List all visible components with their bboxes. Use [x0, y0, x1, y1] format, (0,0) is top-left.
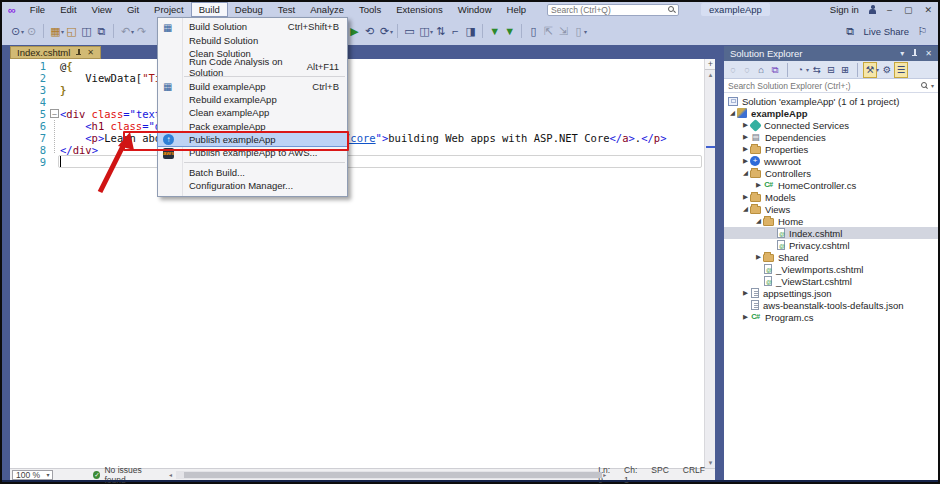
start-debug-icon[interactable]: ▶: [347, 23, 362, 39]
menubar-item-tools[interactable]: Tools: [352, 3, 388, 16]
tree-item-appsettings[interactable]: ▶appsettings.json: [724, 287, 938, 299]
menubar-item-project[interactable]: Project: [147, 3, 191, 16]
search-options-dropdown-icon[interactable]: ▾: [931, 82, 934, 89]
editor-horizontal-scrollbar[interactable]: ◂ ▸: [176, 471, 598, 479]
navigate-forward-icon[interactable]: ⊙: [24, 23, 39, 39]
collapsed-chevron-icon[interactable]: ▶: [741, 313, 750, 321]
solution-explorer-titlebar[interactable]: Solution Explorer ▾ ✕: [724, 46, 938, 61]
menubar-item-analyze[interactable]: Analyze: [303, 3, 351, 16]
tab-index-cshtml[interactable]: Index.cshtml ✕: [10, 46, 101, 59]
prev-bookmark-icon[interactable]: ⇱: [541, 23, 556, 39]
tree-item-viewimports[interactable]: _ViewImports.cshtml: [724, 263, 938, 275]
feedback-comment-icon[interactable]: ▭: [402, 23, 417, 39]
tree-item-home-folder[interactable]: ◢Home: [724, 215, 938, 227]
save-icon[interactable]: ◫: [79, 23, 94, 39]
menubar-item-test[interactable]: Test: [271, 3, 302, 16]
auto-hide-pin-icon[interactable]: [911, 49, 918, 57]
menubar-item-file[interactable]: File: [23, 3, 52, 16]
close-panel-icon[interactable]: ✕: [925, 49, 932, 58]
expanded-chevron-icon[interactable]: ◢: [728, 109, 737, 117]
tree-item-index-cshtml[interactable]: Index.cshtml: [724, 227, 938, 239]
comment-in-icon[interactable]: ▼: [487, 23, 502, 39]
switch-views-icon[interactable]: ⧉: [769, 63, 781, 77]
tree-item-dependencies[interactable]: ▶▤Dependencies: [724, 131, 938, 143]
feedback-icon[interactable]: ⚐: [915, 23, 930, 39]
split-editor-handle[interactable]: +: [705, 59, 715, 70]
tree-item-properties[interactable]: ▶Properties: [724, 143, 938, 155]
show-all-files-icon[interactable]: ⚒: [864, 63, 876, 77]
menubar-item-help[interactable]: Help: [500, 3, 534, 16]
se-home-icon[interactable]: ⌂: [755, 63, 767, 77]
expanded-chevron-icon[interactable]: ◢: [754, 217, 763, 225]
tree-item-wwwroot[interactable]: ▶+wwwroot: [724, 155, 938, 167]
indent-icon[interactable]: ⇅: [433, 23, 448, 39]
next-bookmark-icon[interactable]: ⇲: [556, 23, 571, 39]
horizontal-scroll-thumb[interactable]: [184, 472, 602, 478]
comment-out-icon[interactable]: ▼: [502, 23, 517, 39]
menubar-item-window[interactable]: Window: [451, 3, 499, 16]
menu-item-build-project[interactable]: ▦Build exampleAppCtrl+B: [158, 79, 347, 92]
menu-item-run-code-analysis[interactable]: Run Code Analysis on SolutionAlt+F11: [158, 60, 347, 73]
quick-search-box[interactable]: [547, 4, 679, 16]
editor-vertical-scrollbar[interactable]: + ▴ ▾: [704, 59, 715, 468]
solution-search-box[interactable]: ▾: [724, 79, 938, 93]
tree-item-program-cs[interactable]: ▶C#Program.cs: [724, 311, 938, 323]
profile-icon[interactable]: [869, 5, 877, 14]
tree-item-aws-beanstalk-defaults[interactable]: aws-beanstalk-tools-defaults.json: [724, 299, 938, 311]
menubar-item-debug[interactable]: Debug: [228, 3, 270, 16]
quick-search-input[interactable]: [551, 5, 668, 15]
tree-item-connected-services[interactable]: ▶Connected Services: [724, 119, 938, 131]
menubar-item-build[interactable]: Build: [192, 3, 227, 16]
menu-item-build-solution[interactable]: ▦Build SolutionCtrl+Shift+B: [158, 20, 347, 33]
tree-item-controllers[interactable]: ◢Controllers: [724, 167, 938, 179]
menubar-item-view[interactable]: View: [85, 3, 119, 16]
maximize-button[interactable]: ▢: [904, 5, 913, 15]
collapsed-chevron-icon[interactable]: ▶: [741, 289, 750, 297]
collapse-all-icon[interactable]: ⊟: [825, 63, 837, 77]
minimize-button[interactable]: –: [887, 5, 892, 15]
tree-item-views[interactable]: ◢Views: [724, 203, 938, 215]
tree-item-solution[interactable]: Solution 'exampleApp' (1 of 1 project): [724, 95, 938, 107]
filter-dropdown-icon[interactable]: ▾: [806, 66, 809, 73]
collapsed-chevron-icon[interactable]: ▶: [741, 193, 750, 201]
expanded-chevron-icon[interactable]: ◢: [741, 169, 750, 177]
bookmark-icon[interactable]: ▯: [526, 23, 541, 39]
expanded-chevron-icon[interactable]: ◢: [741, 205, 750, 213]
open-file-icon[interactable]: ◱: [64, 23, 79, 39]
pin-tab-icon[interactable]: [75, 49, 82, 57]
tree-item-models[interactable]: ▶Models: [724, 191, 938, 203]
show-all-files-dropdown-icon[interactable]: ▾: [876, 66, 879, 73]
tree-item-homecontroller[interactable]: ▶C#HomeController.cs: [724, 179, 938, 191]
menu-item-batch-build[interactable]: Batch Build...: [158, 165, 347, 178]
refresh-icon[interactable]: ⟲: [362, 23, 377, 39]
tree-item-project[interactable]: ◢exampleApp: [724, 107, 938, 119]
hot-reload-dropdown-icon[interactable]: ▾: [390, 28, 393, 35]
menubar-item-git[interactable]: Git: [120, 3, 146, 16]
collapsed-chevron-icon[interactable]: ▶: [741, 157, 750, 165]
live-share-button[interactable]: Live Share: [864, 26, 909, 37]
scroll-left-icon[interactable]: ◂: [169, 471, 172, 479]
navigate-structure-icon[interactable]: ⌐: [448, 23, 463, 39]
solution-search-input[interactable]: [728, 81, 921, 91]
redo-icon[interactable]: ↷: [134, 23, 149, 39]
fold-collapse-icon[interactable]: –: [50, 109, 59, 118]
scroll-up-icon[interactable]: ▴: [705, 71, 715, 79]
sign-in-link[interactable]: Sign in: [830, 4, 859, 15]
tree-item-privacy-cshtml[interactable]: Privacy.cshtml: [724, 239, 938, 251]
zoom-select[interactable]: 100 % ▾: [12, 470, 53, 480]
pending-changes-filter-icon[interactable]: ◔: [794, 63, 806, 77]
collapsed-chevron-icon[interactable]: ▶: [741, 145, 750, 153]
wrench-icon[interactable]: ⚙: [881, 63, 893, 77]
menu-item-rebuild-solution[interactable]: Rebuild Solution: [158, 33, 347, 46]
properties-icon[interactable]: ⊞: [839, 63, 851, 77]
scroll-right-icon[interactable]: ▸: [603, 471, 606, 479]
close-button[interactable]: ✕: [924, 5, 932, 15]
save-all-icon[interactable]: ⧉: [94, 23, 109, 39]
close-tab-icon[interactable]: ✕: [87, 48, 94, 57]
menu-item-clean-project[interactable]: Clean exampleApp: [158, 106, 347, 119]
window-position-icon[interactable]: ▾: [900, 49, 904, 58]
menu-item-rebuild-project[interactable]: Rebuild exampleApp: [158, 93, 347, 106]
toolbar-overflow-icon[interactable]: ▾: [584, 28, 587, 35]
diagram-icon[interactable]: ◨: [463, 23, 478, 39]
preview-selected-items-icon[interactable]: ☰: [895, 63, 907, 77]
